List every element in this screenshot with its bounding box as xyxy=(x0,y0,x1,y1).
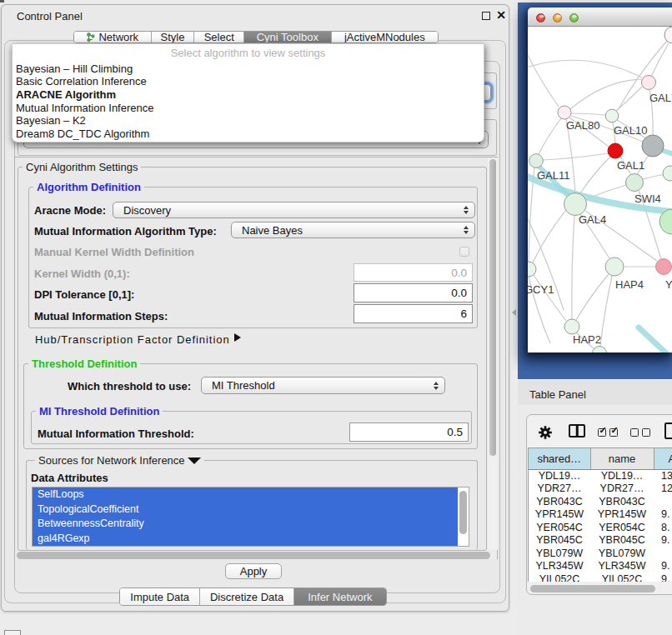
attribute-item-selfloops[interactable]: SelfLoops xyxy=(33,488,469,502)
network-node[interactable] xyxy=(564,193,587,216)
settings-hscrollbar[interactable] xyxy=(15,551,497,559)
manual-kernel-width-checkbox[interactable] xyxy=(459,247,469,257)
tab-style[interactable]: Style xyxy=(152,32,195,42)
select-all-icon[interactable] xyxy=(598,428,606,437)
close-icon[interactable]: ✕ xyxy=(495,8,507,22)
tab-cyni-toolbox[interactable]: Cyni Toolbox xyxy=(244,32,332,42)
select-all-icon-2[interactable] xyxy=(609,428,618,437)
network-edge[interactable] xyxy=(528,50,559,107)
tab-network[interactable]: Network xyxy=(74,32,152,42)
network-edge[interactable] xyxy=(533,210,566,262)
table-row[interactable]: YDL19…YDL19…13 xyxy=(529,469,672,482)
network-node[interactable] xyxy=(528,262,536,277)
network-node[interactable] xyxy=(642,76,656,90)
column-header-shared-[interactable]: shared… xyxy=(529,448,590,469)
network-edge[interactable] xyxy=(534,275,566,321)
network-node[interactable] xyxy=(558,106,571,119)
network-edge[interactable] xyxy=(528,60,642,78)
tab-select[interactable]: Select xyxy=(194,32,244,42)
network-node[interactable] xyxy=(642,135,664,157)
aracne-mode-combo[interactable]: Discovery xyxy=(113,202,475,218)
network-edge[interactable] xyxy=(616,87,642,111)
attribute-item-gal4rgexp[interactable]: gal4RGexp xyxy=(33,532,469,547)
kernel-width-input[interactable]: 0.0 xyxy=(354,263,473,282)
close-traffic-icon[interactable] xyxy=(536,13,545,22)
table-row[interactable]: YBL079WYBL079W xyxy=(529,547,672,560)
network-window-titlebar[interactable] xyxy=(528,8,672,27)
network-canvas[interactable]: GAL7GAL80GAL10GAL1GAL11SWI4GAL4GCY1HAP4H… xyxy=(528,27,672,352)
attribute-item-betweennesscentrality[interactable]: BetweennessCentrality xyxy=(33,517,469,532)
network-node[interactable] xyxy=(656,259,672,275)
zoom-traffic-icon[interactable] xyxy=(569,13,579,22)
network-node[interactable] xyxy=(626,174,644,192)
hub-expand-icon[interactable] xyxy=(234,333,241,342)
network-edge[interactable] xyxy=(571,113,605,115)
apply-button[interactable]: Apply xyxy=(225,563,282,579)
inner-tab-discretize-data[interactable]: Discretize Data xyxy=(200,588,293,605)
column-header-name[interactable]: name xyxy=(590,448,654,469)
popup-item-dream8-dc-tdc-algorithm[interactable]: Dream8 DC_TDC Algorithm xyxy=(13,128,484,141)
sources-collapse-icon[interactable] xyxy=(188,458,201,464)
network-node[interactable] xyxy=(605,109,619,122)
attr-list-scrollbar[interactable] xyxy=(458,488,469,546)
network-node[interactable] xyxy=(605,258,624,276)
dpi-tolerance-input[interactable]: 0.0 xyxy=(354,283,473,302)
network-node-label: GAL1 xyxy=(617,159,644,172)
inner-tab-infer-network[interactable]: Infer Network xyxy=(294,588,386,605)
data-attributes-list[interactable]: SelfLoopsTopologicalCoefficientBetweenne… xyxy=(32,487,469,547)
settings-vscroll-thumb[interactable] xyxy=(489,159,497,456)
network-node[interactable] xyxy=(608,143,623,158)
tab-label: Network xyxy=(98,31,138,43)
split-view-icon[interactable] xyxy=(569,424,585,438)
network-edge[interactable] xyxy=(539,118,561,154)
table-row[interactable]: YER054CYER054C8. xyxy=(529,521,672,534)
network-edge[interactable] xyxy=(651,43,669,77)
network-edge[interactable] xyxy=(580,156,611,193)
network-edge[interactable] xyxy=(543,153,609,160)
table-hscroll-thumb[interactable] xyxy=(530,585,655,592)
panel-divider-arrow[interactable] xyxy=(512,309,516,316)
network-edge-highlighted[interactable] xyxy=(639,328,672,352)
attribute-item-topologicalcoefficient[interactable]: TopologicalCoefficient xyxy=(33,502,469,518)
popup-item-basic-correlation-inference[interactable]: Basic Correlation Inference xyxy=(13,75,484,88)
status-bar-button[interactable] xyxy=(4,630,21,635)
mi-steps-input[interactable]: 6 xyxy=(354,304,473,323)
column-header-a[interactable]: A xyxy=(654,448,672,469)
network-edge[interactable] xyxy=(600,276,612,346)
popup-item-bayesian-hill-climbing[interactable]: Bayesian – Hill Climbing xyxy=(13,62,484,76)
float-window-icon[interactable] xyxy=(482,12,490,20)
network-edge[interactable] xyxy=(570,79,642,109)
network-node[interactable] xyxy=(529,154,544,168)
attr-scroll-thumb[interactable] xyxy=(459,491,467,534)
popup-item-mutual-information-inference[interactable]: Mutual Information Inference xyxy=(13,102,484,115)
popup-item-aracne-algorithm[interactable]: ARACNE Algorithm xyxy=(13,88,484,102)
network-node[interactable] xyxy=(664,27,672,43)
table-row[interactable]: YBR043CYBR043C xyxy=(529,495,672,508)
table-row[interactable]: YBR045CYBR045C9. xyxy=(529,534,672,548)
settings-hscroll-thumb[interactable] xyxy=(17,552,490,559)
inner-tab-impute-data[interactable]: Impute Data xyxy=(120,588,200,605)
document-icon[interactable] xyxy=(664,422,672,439)
mi-threshold-input[interactable]: 0.5 xyxy=(349,422,469,442)
settings-vscrollbar[interactable] xyxy=(488,158,498,550)
gear-icon[interactable] xyxy=(539,426,552,439)
deselect-all-icon-2[interactable] xyxy=(642,428,650,437)
which-threshold-combo[interactable]: MI Threshold xyxy=(201,377,445,394)
cyni-algorithm-settings-title: Cyni Algorithm Settings xyxy=(23,162,141,173)
table-row[interactable]: YPR145WYPR145W9. xyxy=(529,508,672,522)
network-edge[interactable] xyxy=(576,274,609,320)
mi-algorithm-type-combo[interactable]: Naive Bayes xyxy=(231,222,475,238)
table-row[interactable]: YLR345WYLR345W9. xyxy=(529,560,672,573)
table-cell: 8. xyxy=(654,521,672,534)
network-edge[interactable] xyxy=(572,215,574,319)
table-row[interactable]: YDR27…YDR27…12 xyxy=(529,482,672,496)
tab-jactivemnodules[interactable]: jActiveMNodules xyxy=(332,32,438,42)
table-row[interactable]: YIL052CYIL052C9. xyxy=(529,572,672,582)
deselect-all-icon[interactable] xyxy=(630,428,639,437)
network-node[interactable] xyxy=(564,319,579,334)
network-node[interactable] xyxy=(663,166,672,181)
popup-item-bayesian-k2[interactable]: Bayesian – K2 xyxy=(13,114,484,128)
minimize-traffic-icon[interactable] xyxy=(553,13,562,22)
network-node[interactable] xyxy=(593,347,607,353)
table-hscrollbar[interactable] xyxy=(528,584,672,593)
